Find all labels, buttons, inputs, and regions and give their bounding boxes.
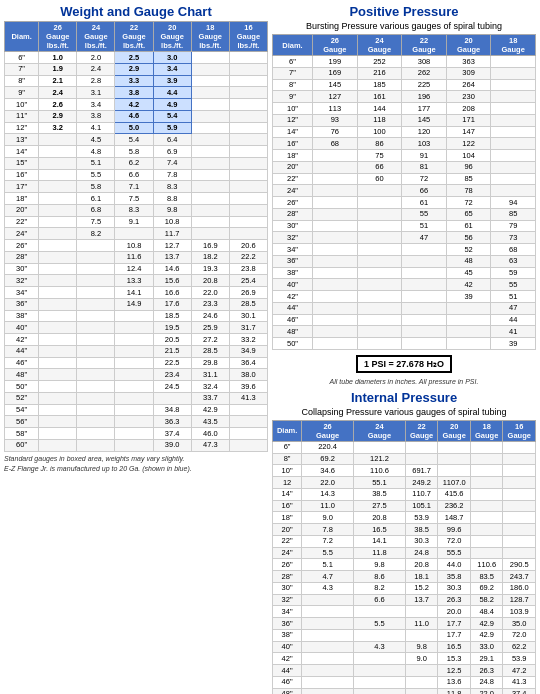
table-row: 56"36.343.5 [5,416,268,428]
ip-col-22: 22Gauge [405,420,438,441]
table-row: 8"145185225264 [273,79,536,91]
table-row: 9"2.43.13.84.4 [5,87,268,99]
pp-col-20: 20Gauge [446,35,491,56]
table-row: 36"4863 [273,255,536,267]
table-row: 40"19.525.931.7 [5,322,268,334]
table-row: 28"11.613.718.222.2 [5,251,268,263]
table-row: 1222.055.1249.21107.0 [273,477,536,489]
ip-col-26: 26Gauge [302,420,354,441]
table-row: 38"4559 [273,267,536,279]
table-row: 10"113144177208 [273,103,536,115]
table-row: 32"475673 [273,232,536,244]
table-row: 36"5.511.017.742.935.0 [273,618,536,630]
internal-pressure-title: Internal Pressure [272,390,536,405]
table-row: 11"2.93.84.65.4 [5,110,268,122]
table-row: 10"34.6110.6691.7 [273,465,536,477]
table-row: 6"199252308363 [273,56,536,68]
table-row: 9"127161196230 [273,91,536,103]
table-row: 34"5268 [273,244,536,256]
table-row: 46"44 [273,314,536,326]
table-row: 58"37.446.0 [5,428,268,440]
col-header-diam: Diam. [5,22,39,52]
table-row: 50"39 [273,338,536,350]
table-row: 36"14.917.623.328.5 [5,298,268,310]
right-panel: Positive Pressure Bursting Pressure vari… [272,4,536,694]
table-row: 22"7.59.110.8 [5,216,268,228]
table-row: 24"6678 [273,185,536,197]
ip-col-20: 20Gauge [438,420,471,441]
table-row: 16"5.56.67.8 [5,169,268,181]
table-row: 15"5.16.27.4 [5,157,268,169]
table-row: 42"9.015.329.153.9 [273,653,536,665]
table-row: 54"34.842.9 [5,404,268,416]
table-row: 14"14.338.5110.7415.6 [273,488,536,500]
note1: Standard gauges in boxed area, weights m… [4,455,268,462]
table-row: 8"2.12.83.33.9 [5,75,268,87]
table-row: 18"7591104 [273,150,536,162]
col-header-20: 20Gaugelbs./ft. [153,22,191,52]
table-row: 14"4.85.86.9 [5,146,268,158]
table-row: 42"3951 [273,291,536,303]
psi-box-container: 1 PSI = 27.678 H₂O [272,353,536,375]
ip-col-diam: Diam. [273,420,302,441]
top-section: Weight and Gauge Chart Diam. 26Gaugelbs.… [4,4,536,694]
table-row: 16"6886103122 [273,138,536,150]
table-row: 48"23.431.138.0 [5,369,268,381]
table-row: 24"8.211.7 [5,228,268,240]
table-row: 7"169216262309 [273,67,536,79]
table-row: 6"220.4 [273,441,536,453]
pp-col-18: 18Gauge [491,35,536,56]
table-row: 46"13.624.841.3 [273,676,536,688]
table-row: 32"13.315.620.825.4 [5,275,268,287]
table-row: 40"4.39.816.533.062.2 [273,641,536,653]
table-row: 8"69.2121.2 [273,453,536,465]
table-row: 26"5.19.820.844.0110.6290.5 [273,559,536,571]
col-header-22: 22Gaugelbs./ft. [115,22,153,52]
pp-col-26: 26Gauge [313,35,358,56]
left-panel: Weight and Gauge Chart Diam. 26Gaugelbs.… [4,4,268,694]
table-row: 10"2.63.44.24.9 [5,99,268,111]
table-row: 52"33.741.3 [5,392,268,404]
internal-pressure-subtitle: Collapsing Pressure various gauges of sp… [272,407,536,417]
table-row: 16"11.027.5105.1236.2 [273,500,536,512]
table-row: 48"41 [273,326,536,338]
note2: E-Z Flange Jr. is manufactured up to 20 … [4,465,268,472]
table-row: 13"4.55.46.4 [5,134,268,146]
table-row: 50"24.532.439.6 [5,381,268,393]
ip-col-18: 18Gauge [470,420,503,441]
table-row: 20"7.816.538.599.6 [273,524,536,536]
table-row: 17"5.87.18.3 [5,181,268,193]
psi-note-box: 1 PSI = 27.678 H₂O [356,355,452,373]
table-row: 38"17.742.972.0 [273,629,536,641]
table-row: 32"6.613.726.358.2128.7 [273,594,536,606]
table-row: 28"556585 [273,208,536,220]
table-row: 18"9.020.853.9148.7 [273,512,536,524]
table-row: 7"1.92.42.93.4 [5,63,268,75]
table-row: 38"18.524.630.1 [5,310,268,322]
table-row: 48"11.822.037.4 [273,688,536,694]
pp-col-diam: Diam. [273,35,313,56]
col-header-24: 24Gaugelbs./ft. [77,22,115,52]
ip-col-24: 24Gauge [354,420,406,441]
table-row: 20"6.88.39.8 [5,204,268,216]
table-row: 46"22.529.836.4 [5,357,268,369]
table-row: 26"617294 [273,197,536,209]
table-row: 20"668196 [273,161,536,173]
table-row: 30"516179 [273,220,536,232]
table-row: 30"12.414.619.323.8 [5,263,268,275]
positive-pressure-table: Diam. 26Gauge 24Gauge 22Gauge 20Gauge 18… [272,34,536,350]
internal-pressure-table: Diam. 26Gauge 24Gauge 22Gauge 20Gauge 18… [272,420,536,694]
table-row: 44"47 [273,302,536,314]
table-row: 34"14.116.622.026.9 [5,287,268,299]
table-row: 30"4.38.215.230.369.2186.0 [273,582,536,594]
ip-col-16: 16Gauge [503,420,536,441]
table-row: 18"6.17.58.8 [5,193,268,205]
table-row: 22"7.214.130.372.0 [273,535,536,547]
table-row: 44"12.526.347.2 [273,665,536,677]
table-row: 26"10.812.716.920.6 [5,240,268,252]
positive-pressure-subtitle: Bursting Pressure various gauges of spir… [272,21,536,31]
table-row: 60"39.047.3 [5,439,268,451]
table-row: 28"4.78.618.135.883.5243.7 [273,571,536,583]
table-row: 12"3.24.15.05.9 [5,122,268,134]
table-row: 12"93118145171 [273,114,536,126]
